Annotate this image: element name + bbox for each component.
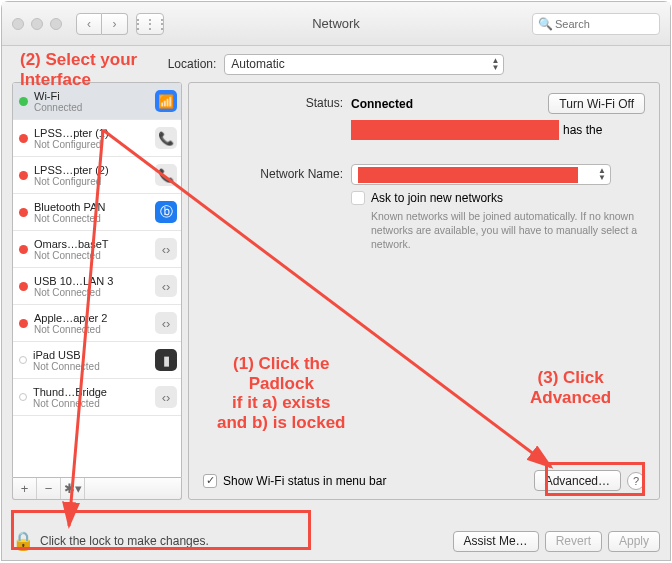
remove-interface-button[interactable]: −: [37, 478, 61, 499]
network-name-popup[interactable]: ▲▼: [351, 164, 611, 185]
phone-icon: 📞: [155, 164, 177, 186]
eth-icon: ‹›: [155, 238, 177, 260]
show-menubar-checkbox[interactable]: ✓ Show Wi-Fi status in menu bar: [203, 474, 386, 488]
interface-status: Not Connected: [34, 250, 149, 261]
status-label: Status:: [203, 93, 343, 110]
redacted-network-name: [358, 167, 578, 183]
assist-me-button[interactable]: Assist Me…: [453, 531, 539, 552]
interface-name: Omars…baseT: [34, 238, 149, 250]
status-dot-icon: [19, 97, 28, 106]
interface-name: Thund…Bridge: [33, 386, 149, 398]
eth-icon: ‹›: [155, 275, 177, 297]
turn-wifi-off-button[interactable]: Turn Wi-Fi Off: [548, 93, 645, 114]
ask-join-label: Ask to join new networks: [371, 191, 503, 205]
popup-carets-icon: ▲▼: [598, 167, 606, 181]
advanced-button[interactable]: Advanced…: [534, 470, 621, 491]
interface-name: iPad USB: [33, 349, 149, 361]
status-text-fragment: has the: [563, 123, 602, 137]
sidebar-item-1[interactable]: LPSS…pter (1)Not Configured📞: [13, 120, 181, 157]
gear-icon: ✱▾: [64, 481, 82, 496]
sidebar-item-4[interactable]: Omars…baseTNot Connected‹›: [13, 231, 181, 268]
forward-button[interactable]: ›: [102, 13, 128, 35]
action-menu-button[interactable]: ✱▾: [61, 478, 85, 499]
sidebar-item-5[interactable]: USB 10…LAN 3Not Connected‹›: [13, 268, 181, 305]
lock-text: Click the lock to make changes.: [40, 534, 209, 548]
status-value: Connected: [351, 97, 413, 111]
status-dot-icon: [19, 393, 27, 401]
show-all-button[interactable]: ⋮⋮⋮: [136, 13, 164, 35]
back-button[interactable]: ‹: [76, 13, 102, 35]
lock-icon[interactable]: 🔒: [12, 530, 34, 552]
phone-icon: 📞: [155, 127, 177, 149]
detail-panel: Status: Connected Turn Wi-Fi Off has the…: [188, 82, 660, 500]
chevron-right-icon: ›: [113, 17, 117, 31]
show-menubar-label: Show Wi-Fi status in menu bar: [223, 474, 386, 488]
checkbox-checked-icon: ✓: [203, 474, 217, 488]
interface-status: Connected: [34, 102, 149, 113]
interface-sidebar: Wi-FiConnected📶LPSS…pter (1)Not Configur…: [12, 82, 182, 478]
sidebar-item-7[interactable]: iPad USBNot Connected▮: [13, 342, 181, 379]
help-button[interactable]: ?: [627, 472, 645, 490]
interface-status: Not Configured: [34, 139, 149, 150]
status-dot-icon: [19, 319, 28, 328]
search-icon: 🔍: [538, 17, 553, 31]
ask-join-help-text: Known networks will be joined automatica…: [371, 209, 641, 252]
status-dot-icon: [19, 134, 28, 143]
sidebar-item-8[interactable]: Thund…BridgeNot Connected‹›: [13, 379, 181, 416]
grid-icon: ⋮⋮⋮: [132, 17, 168, 31]
status-dot-icon: [19, 356, 27, 364]
titlebar: ‹ › ⋮⋮⋮ Network 🔍: [2, 2, 670, 46]
popup-carets-icon: ▲▼: [491, 57, 499, 71]
network-name-label: Network Name:: [203, 164, 343, 181]
add-interface-button[interactable]: +: [13, 478, 37, 499]
revert-button[interactable]: Revert: [545, 531, 602, 552]
interface-name: Bluetooth PAN: [34, 201, 149, 213]
interface-status: Not Connected: [33, 398, 149, 409]
location-value: Automatic: [231, 57, 284, 71]
eth-icon: ‹›: [155, 312, 177, 334]
sidebar-item-2[interactable]: LPSS…pter (2)Not Configured📞: [13, 157, 181, 194]
status-dot-icon: [19, 282, 28, 291]
interface-name: Wi-Fi: [34, 90, 149, 102]
status-dot-icon: [19, 208, 28, 217]
checkbox-icon: [351, 191, 365, 205]
location-label: Location:: [168, 57, 217, 71]
sidebar-item-0[interactable]: Wi-FiConnected📶: [13, 83, 181, 120]
interface-status: Not Connected: [34, 324, 149, 335]
close-traffic-light[interactable]: [12, 18, 24, 30]
status-dot-icon: [19, 245, 28, 254]
interface-name: Apple…apter 2: [34, 312, 149, 324]
interface-status: Not Connected: [34, 213, 149, 224]
wifi-icon: 📶: [155, 90, 177, 112]
zoom-traffic-light[interactable]: [50, 18, 62, 30]
interface-status: Not Configured: [34, 176, 149, 187]
question-icon: ?: [633, 475, 639, 487]
chevron-left-icon: ‹: [87, 17, 91, 31]
interface-status: Not Connected: [34, 287, 149, 298]
status-dot-icon: [19, 171, 28, 180]
interface-status: Not Connected: [33, 361, 149, 372]
ask-join-checkbox[interactable]: Ask to join new networks: [351, 191, 645, 205]
search-field[interactable]: 🔍: [532, 13, 660, 35]
sidebar-item-3[interactable]: Bluetooth PANNot Connectedⓑ: [13, 194, 181, 231]
minus-icon: −: [45, 481, 53, 496]
minimize-traffic-light[interactable]: [31, 18, 43, 30]
location-popup[interactable]: Automatic ▲▼: [224, 54, 504, 75]
apply-button[interactable]: Apply: [608, 531, 660, 552]
eth-icon: ‹›: [155, 386, 177, 408]
bt-icon: ⓑ: [155, 201, 177, 223]
ipad-icon: ▮: [155, 349, 177, 371]
plus-icon: +: [21, 481, 29, 496]
interface-name: USB 10…LAN 3: [34, 275, 149, 287]
sidebar-item-6[interactable]: Apple…apter 2Not Connected‹›: [13, 305, 181, 342]
redacted-status-line: [351, 120, 559, 140]
interface-name: LPSS…pter (2): [34, 164, 149, 176]
interface-name: LPSS…pter (1): [34, 127, 149, 139]
